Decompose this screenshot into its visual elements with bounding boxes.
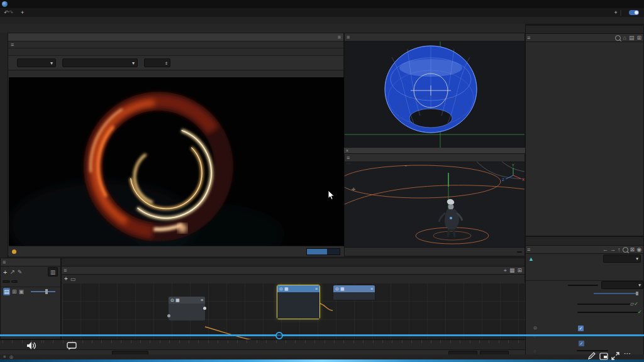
grid-icon[interactable]: ▦: [509, 266, 515, 274]
annotate-pencil-icon[interactable]: [587, 352, 596, 360]
layer-zoom-slider[interactable]: [31, 291, 55, 292]
scale-unit-dropdown[interactable]: ▾: [601, 281, 643, 289]
node-preview-icon: ▦: [175, 298, 180, 303]
viewport-close-icon[interactable]: ×: [346, 148, 348, 153]
node-menu-icon[interactable]: ≡: [201, 298, 203, 302]
input-port[interactable]: [167, 314, 170, 317]
om-burger-icon[interactable]: ≡: [527, 34, 530, 41]
list-view-icon[interactable]: ▤: [3, 288, 10, 295]
layer-burger-icon[interactable]: ≡: [3, 258, 6, 266]
detail-view-icon[interactable]: ▣: [19, 288, 25, 295]
filter-no-layer-button[interactable]: [11, 280, 18, 283]
viewport-persp-canvas[interactable]: YZX: [345, 162, 525, 248]
chevron-down-icon: ▾: [50, 60, 53, 66]
out-port[interactable]: [203, 307, 206, 310]
filter-icon[interactable]: ▤: [629, 34, 635, 41]
node-output[interactable]: ⊙▦≡: [333, 285, 375, 300]
preset-dropdown[interactable]: ▾: [603, 255, 641, 263]
render-image[interactable]: [9, 77, 344, 256]
cinema4d-window: ↶ ↷ + + | ≡ ≡ ▾ ▾ ⇕: [0, 0, 644, 362]
fullscreen-icon[interactable]: [611, 352, 619, 360]
node-standard-material[interactable]: ⊙▦≡: [277, 285, 320, 319]
video-progress-knob[interactable]: [275, 332, 283, 339]
path-valid-check-icon: ✓: [634, 301, 638, 307]
viewport-burger-icon[interactable]: ≡: [347, 154, 350, 162]
node-abs[interactable]: ⊙▦≡: [169, 295, 205, 321]
object-identifier-input[interactable]: [577, 312, 638, 313]
node-type-icon: ⊙: [335, 287, 339, 292]
offset-input[interactable]: [577, 350, 608, 351]
player-more-icon[interactable]: ⋯: [624, 349, 631, 358]
renderview-zoom-field[interactable]: ⇕: [144, 58, 170, 67]
ne-burger-icon[interactable]: ≡: [64, 266, 67, 274]
record-icon[interactable]: ◉: [636, 246, 641, 253]
picture-in-picture-icon[interactable]: [599, 353, 608, 360]
attr-burger-icon[interactable]: ≡: [527, 246, 530, 253]
up-icon[interactable]: ↑: [618, 246, 621, 253]
layout-toggle[interactable]: [629, 10, 639, 15]
search-icon[interactable]: [623, 247, 628, 253]
lock-icon[interactable]: ⊠: [630, 246, 635, 253]
new-window-icon[interactable]: ⊞: [517, 266, 522, 274]
node-menu-icon[interactable]: ≡: [315, 287, 318, 291]
renderview-burger-icon[interactable]: ≡: [11, 41, 14, 48]
attribute-manager-panel: ≡ ←→↑ ⊠◉ ▲ ▾ ▾ ○: [525, 236, 644, 362]
renderview-statusbar: [9, 246, 344, 256]
warning-dot-icon: [12, 250, 16, 254]
forward-icon[interactable]: →: [610, 246, 616, 253]
node-canvas[interactable]: ⊙▦≡ ⊙▦≡ ⊙▦≡: [62, 283, 525, 339]
assign-layer-icon[interactable]: ↗: [9, 268, 14, 276]
grid-spacing-label: [517, 251, 522, 253]
keyframe-circle-icon[interactable]: ○: [533, 349, 536, 353]
keyframe-circle-icon[interactable]: ⊙: [533, 326, 537, 331]
status-bar: ≡ ◎: [0, 354, 644, 359]
redshift-renderview-panel: ≡ ≡ ▾ ▾ ⇕: [8, 33, 344, 256]
renderview-panel-menu-icon[interactable]: ≡: [338, 33, 341, 41]
id-valid-check-icon: ✓: [638, 309, 642, 315]
add-layer-icon[interactable]: +: [3, 268, 7, 276]
redo-icon[interactable]: ↷: [9, 9, 14, 16]
pick-layer-icon[interactable]: ✎: [18, 268, 23, 276]
search-icon[interactable]: [615, 35, 621, 41]
mouse-cursor: [328, 190, 335, 200]
alembic-path-input[interactable]: [577, 304, 630, 305]
add-layout-icon[interactable]: +: [614, 9, 617, 16]
node-type-icon: ⊙: [279, 287, 283, 292]
node-menu-icon[interactable]: ≡: [370, 287, 373, 291]
home-icon[interactable]: ⌂: [623, 34, 626, 41]
title-bar: [0, 0, 644, 8]
volume-icon[interactable]: [26, 341, 36, 350]
layer-panel: ≡ + ↗ ✎ ▥ ▤ ⊞ ▣: [0, 258, 61, 339]
render-pass-dropdown[interactable]: ▾: [17, 58, 56, 67]
interpolation-checkbox[interactable]: ✓: [579, 341, 584, 346]
timeline-ruler[interactable]: [0, 339, 525, 350]
filter-all-button[interactable]: [3, 280, 10, 283]
viewport-top-canvas[interactable]: [345, 41, 525, 148]
object-manager-tabs: [526, 26, 643, 34]
use-animation-checkbox[interactable]: ✓: [578, 326, 584, 331]
viewport-burger-icon[interactable]: ≡: [347, 33, 350, 41]
render-slot-dropdown[interactable]: ▾: [62, 58, 138, 67]
svg-text:Z: Z: [502, 177, 504, 182]
node-editor-panel: ≡ ⌖▦⊞ + ▭ ⊙▦≡: [61, 258, 525, 339]
material-folder-icon[interactable]: ▭: [70, 275, 76, 283]
scale-input[interactable]: [568, 285, 598, 286]
new-window-icon[interactable]: ⊞: [636, 34, 641, 41]
back-icon[interactable]: ←: [602, 246, 608, 253]
subtitle-toggle-icon[interactable]: [67, 341, 77, 350]
add-document-tab-icon[interactable]: +: [21, 9, 24, 16]
video-progress-bar[interactable]: [0, 334, 644, 336]
undo-icon[interactable]: ↶: [4, 9, 9, 16]
chevron-down-icon: ▾: [636, 256, 638, 261]
chevron-down-icon: ▾: [638, 282, 641, 288]
delete-layer-button[interactable]: ▥: [48, 267, 58, 277]
grid-view-icon[interactable]: ⊞: [12, 288, 17, 295]
add-node-icon[interactable]: +: [64, 275, 68, 283]
chevron-down-icon: ▾: [132, 60, 135, 66]
target-icon[interactable]: ⌖: [504, 266, 507, 274]
attribute-tabs: [526, 237, 643, 246]
svg-text:Y: Y: [511, 163, 514, 167]
sds-slider[interactable]: [594, 293, 638, 294]
object-tree: [526, 42, 643, 238]
node-preview-icon: ▦: [340, 287, 345, 292]
